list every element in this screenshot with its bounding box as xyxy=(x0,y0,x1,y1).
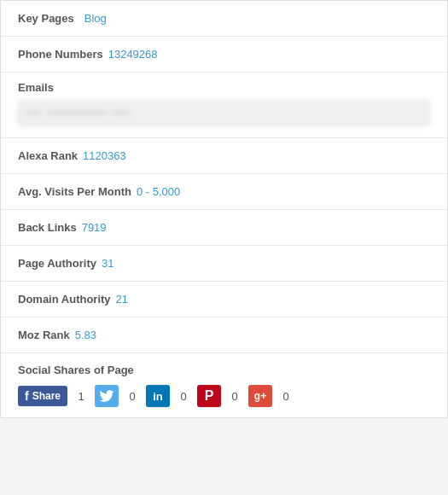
key-pages-row: Key Pages Blog xyxy=(1,1,447,37)
moz-rank-row: Moz Rank 5.83 xyxy=(1,317,447,353)
phone-value: 13249268 xyxy=(108,48,158,61)
back-links-row: Back Links 7919 xyxy=(1,210,447,246)
pinterest-count: 0 xyxy=(228,390,241,403)
avg-visits-value: 0 - 5,000 xyxy=(137,185,180,198)
page-authority-row: Page Authority 31 xyxy=(1,246,447,282)
twitter-count: 0 xyxy=(125,390,139,403)
key-pages-label: Key Pages xyxy=(18,12,74,25)
moz-rank-value: 5.83 xyxy=(75,329,96,341)
domain-authority-value: 21 xyxy=(116,293,128,306)
domain-authority-row: Domain Authority 21 xyxy=(1,282,447,317)
moz-rank-label: Moz Rank xyxy=(18,329,70,341)
avg-visits-row: Avg. Visits Per Month 0 - 5,000 xyxy=(1,174,447,210)
emails-row: Emails xyxy=(1,73,447,138)
linkedin-count: 0 xyxy=(177,390,190,403)
facebook-share-label: Share xyxy=(32,390,61,402)
pinterest-button[interactable]: P xyxy=(197,385,221,407)
emails-label: Emails xyxy=(18,81,54,94)
main-card: Key Pages Blog Phone Numbers 13249268 Em… xyxy=(0,0,448,418)
blog-link[interactable]: Blog xyxy=(84,12,107,25)
facebook-icon: f xyxy=(25,389,29,403)
alexa-value: 1120363 xyxy=(83,149,126,162)
linkedin-icon: in xyxy=(153,390,163,403)
domain-authority-label: Domain Authority xyxy=(18,293,111,306)
googleplus-icon: g+ xyxy=(254,390,266,402)
social-title: Social Shares of Page xyxy=(18,364,134,376)
facebook-count: 1 xyxy=(74,390,88,403)
back-links-value: 7919 xyxy=(82,221,107,234)
back-links-label: Back Links xyxy=(18,221,77,234)
page-authority-value: 31 xyxy=(102,257,113,270)
facebook-share-button[interactable]: f Share xyxy=(18,386,67,406)
twitter-button[interactable] xyxy=(95,385,119,407)
avg-visits-label: Avg. Visits Per Month xyxy=(18,185,131,198)
social-icons: f Share 1 0 in 0 P 0 g+ xyxy=(18,385,293,407)
linkedin-button[interactable]: in xyxy=(146,385,170,407)
phone-row: Phone Numbers 13249268 xyxy=(1,37,447,73)
emails-input[interactable] xyxy=(18,101,430,125)
alexa-label: Alexa Rank xyxy=(18,149,78,162)
pinterest-icon: P xyxy=(205,388,214,404)
phone-label: Phone Numbers xyxy=(18,48,103,61)
alexa-row: Alexa Rank 1120363 xyxy=(1,138,447,174)
twitter-icon xyxy=(99,390,114,402)
googleplus-count: 0 xyxy=(279,390,293,403)
social-shares-row: Social Shares of Page f Share 1 0 in 0 xyxy=(1,353,447,417)
googleplus-button[interactable]: g+ xyxy=(248,385,272,407)
page-authority-label: Page Authority xyxy=(18,257,96,270)
